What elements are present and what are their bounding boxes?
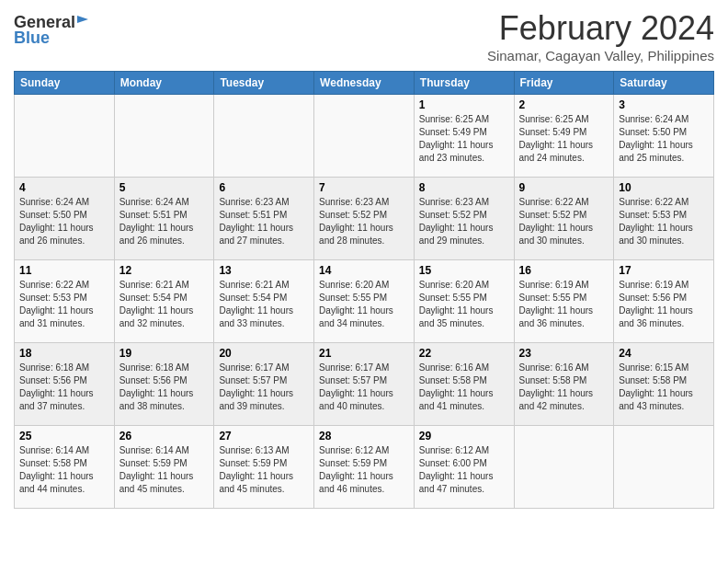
- day-info: Sunrise: 6:17 AMSunset: 5:57 PMDaylight:…: [319, 362, 409, 413]
- day-number: 21: [319, 347, 409, 360]
- day-info: Sunrise: 6:18 AMSunset: 5:56 PMDaylight:…: [119, 362, 210, 413]
- day-number: 3: [619, 98, 709, 111]
- day-info: Sunrise: 6:23 AMSunset: 5:52 PMDaylight:…: [319, 196, 409, 247]
- calendar-cell: 17Sunrise: 6:19 AMSunset: 5:56 PMDayligh…: [614, 260, 714, 343]
- day-number: 8: [419, 181, 509, 194]
- day-number: 27: [219, 430, 309, 442]
- title-area: February 2024 Sinamar, Cagayan Valley, P…: [487, 9, 714, 63]
- day-info: Sunrise: 6:24 AMSunset: 5:50 PMDaylight:…: [19, 196, 109, 247]
- calendar-cell: 5Sunrise: 6:24 AMSunset: 5:51 PMDaylight…: [114, 178, 214, 260]
- calendar-cell: 27Sunrise: 6:13 AMSunset: 5:59 PMDayligh…: [214, 426, 314, 509]
- calendar-cell: 20Sunrise: 6:17 AMSunset: 5:57 PMDayligh…: [214, 343, 314, 426]
- calendar-cell: 23Sunrise: 6:16 AMSunset: 5:58 PMDayligh…: [514, 343, 614, 426]
- day-number: 24: [619, 347, 709, 360]
- day-number: 2: [519, 98, 609, 111]
- day-number: 12: [119, 264, 210, 277]
- calendar-cell: 9Sunrise: 6:22 AMSunset: 5:52 PMDaylight…: [514, 178, 614, 260]
- logo-blue-text: Blue: [14, 29, 50, 48]
- day-info: Sunrise: 6:13 AMSunset: 5:59 PMDaylight:…: [219, 444, 309, 496]
- logo: General Blue: [14, 13, 94, 48]
- calendar-cell: 29Sunrise: 6:12 AMSunset: 6:00 PMDayligh…: [414, 426, 514, 509]
- month-title: February 2024: [487, 9, 714, 48]
- calendar-cell: 7Sunrise: 6:23 AMSunset: 5:52 PMDaylight…: [314, 178, 415, 260]
- day-info: Sunrise: 6:16 AMSunset: 5:58 PMDaylight:…: [519, 362, 609, 413]
- day-number: 11: [19, 264, 109, 277]
- day-info: Sunrise: 6:19 AMSunset: 5:55 PMDaylight:…: [519, 279, 609, 330]
- weekday-header-wednesday: Wednesday: [314, 72, 415, 95]
- calendar-cell: 1Sunrise: 6:25 AMSunset: 5:49 PMDaylight…: [414, 95, 514, 178]
- day-number: 9: [519, 181, 609, 194]
- day-info: Sunrise: 6:12 AMSunset: 6:00 PMDaylight:…: [419, 444, 509, 496]
- day-number: 22: [419, 347, 509, 360]
- weekday-header-tuesday: Tuesday: [214, 72, 314, 95]
- day-number: 14: [319, 264, 409, 277]
- day-number: 18: [19, 347, 109, 360]
- day-info: Sunrise: 6:14 AMSunset: 5:59 PMDaylight:…: [119, 444, 210, 496]
- day-info: Sunrise: 6:22 AMSunset: 5:52 PMDaylight:…: [519, 196, 609, 247]
- weekday-header-sunday: Sunday: [15, 72, 115, 95]
- day-number: 20: [219, 347, 309, 360]
- day-number: 23: [519, 347, 609, 360]
- day-number: 19: [119, 347, 210, 360]
- day-info: Sunrise: 6:14 AMSunset: 5:58 PMDaylight:…: [19, 444, 109, 496]
- day-info: Sunrise: 6:17 AMSunset: 5:57 PMDaylight:…: [219, 362, 309, 413]
- calendar-cell: 28Sunrise: 6:12 AMSunset: 5:59 PMDayligh…: [314, 426, 415, 509]
- day-info: Sunrise: 6:16 AMSunset: 5:58 PMDaylight:…: [419, 362, 509, 413]
- calendar-cell: 15Sunrise: 6:20 AMSunset: 5:55 PMDayligh…: [414, 260, 514, 343]
- day-info: Sunrise: 6:21 AMSunset: 5:54 PMDaylight:…: [119, 279, 210, 330]
- day-info: Sunrise: 6:24 AMSunset: 5:51 PMDaylight:…: [119, 196, 210, 247]
- calendar-week-row: 11Sunrise: 6:22 AMSunset: 5:53 PMDayligh…: [15, 260, 714, 343]
- calendar-week-row: 18Sunrise: 6:18 AMSunset: 5:56 PMDayligh…: [15, 343, 714, 426]
- calendar-week-row: 4Sunrise: 6:24 AMSunset: 5:50 PMDaylight…: [15, 178, 714, 260]
- calendar-cell: 6Sunrise: 6:23 AMSunset: 5:51 PMDaylight…: [214, 178, 314, 260]
- calendar-cell: 18Sunrise: 6:18 AMSunset: 5:56 PMDayligh…: [15, 343, 115, 426]
- calendar-cell: 16Sunrise: 6:19 AMSunset: 5:55 PMDayligh…: [514, 260, 614, 343]
- day-number: 6: [219, 181, 309, 194]
- day-info: Sunrise: 6:23 AMSunset: 5:51 PMDaylight:…: [219, 196, 309, 247]
- day-info: Sunrise: 6:22 AMSunset: 5:53 PMDaylight:…: [19, 279, 109, 330]
- day-number: 1: [419, 98, 509, 111]
- weekday-header-thursday: Thursday: [414, 72, 514, 95]
- calendar-cell: [514, 426, 614, 509]
- day-number: 10: [619, 181, 709, 194]
- day-info: Sunrise: 6:25 AMSunset: 5:49 PMDaylight:…: [419, 113, 509, 165]
- day-number: 13: [219, 264, 309, 277]
- weekday-header-row: SundayMondayTuesdayWednesdayThursdayFrid…: [15, 72, 714, 95]
- day-number: 26: [119, 430, 210, 442]
- calendar-cell: 11Sunrise: 6:22 AMSunset: 5:53 PMDayligh…: [15, 260, 115, 343]
- day-info: Sunrise: 6:23 AMSunset: 5:52 PMDaylight:…: [419, 196, 509, 247]
- day-info: Sunrise: 6:24 AMSunset: 5:50 PMDaylight:…: [619, 113, 709, 165]
- calendar-cell: 13Sunrise: 6:21 AMSunset: 5:54 PMDayligh…: [214, 260, 314, 343]
- day-number: 7: [319, 181, 409, 194]
- weekday-header-monday: Monday: [114, 72, 214, 95]
- day-info: Sunrise: 6:19 AMSunset: 5:56 PMDaylight:…: [619, 279, 709, 330]
- calendar-cell: 8Sunrise: 6:23 AMSunset: 5:52 PMDaylight…: [414, 178, 514, 260]
- calendar-cell: 21Sunrise: 6:17 AMSunset: 5:57 PMDayligh…: [314, 343, 415, 426]
- day-info: Sunrise: 6:20 AMSunset: 5:55 PMDaylight:…: [419, 279, 509, 330]
- calendar-cell: 19Sunrise: 6:18 AMSunset: 5:56 PMDayligh…: [114, 343, 214, 426]
- calendar-cell: [614, 426, 714, 509]
- calendar-week-row: 1Sunrise: 6:25 AMSunset: 5:49 PMDaylight…: [15, 95, 714, 178]
- day-info: Sunrise: 6:20 AMSunset: 5:55 PMDaylight:…: [319, 279, 409, 330]
- svg-marker-0: [77, 16, 88, 23]
- logo-flag-icon: [77, 14, 94, 30]
- calendar-cell: [214, 95, 314, 178]
- day-number: 15: [419, 264, 509, 277]
- calendar-cell: 10Sunrise: 6:22 AMSunset: 5:53 PMDayligh…: [614, 178, 714, 260]
- calendar-cell: 24Sunrise: 6:15 AMSunset: 5:58 PMDayligh…: [614, 343, 714, 426]
- calendar-cell: [15, 95, 115, 178]
- weekday-header-friday: Friday: [514, 72, 614, 95]
- day-number: 28: [319, 430, 409, 442]
- calendar-cell: 26Sunrise: 6:14 AMSunset: 5:59 PMDayligh…: [114, 426, 214, 509]
- location-title: Sinamar, Cagayan Valley, Philippines: [487, 48, 714, 63]
- header: General Blue February 2024 Sinamar, Caga…: [14, 9, 714, 63]
- day-info: Sunrise: 6:22 AMSunset: 5:53 PMDaylight:…: [619, 196, 709, 247]
- day-info: Sunrise: 6:21 AMSunset: 5:54 PMDaylight:…: [219, 279, 309, 330]
- day-info: Sunrise: 6:18 AMSunset: 5:56 PMDaylight:…: [19, 362, 109, 413]
- day-number: 4: [19, 181, 109, 194]
- weekday-header-saturday: Saturday: [614, 72, 714, 95]
- day-number: 16: [519, 264, 609, 277]
- day-info: Sunrise: 6:15 AMSunset: 5:58 PMDaylight:…: [619, 362, 709, 413]
- calendar-cell: 2Sunrise: 6:25 AMSunset: 5:49 PMDaylight…: [514, 95, 614, 178]
- calendar-cell: 3Sunrise: 6:24 AMSunset: 5:50 PMDaylight…: [614, 95, 714, 178]
